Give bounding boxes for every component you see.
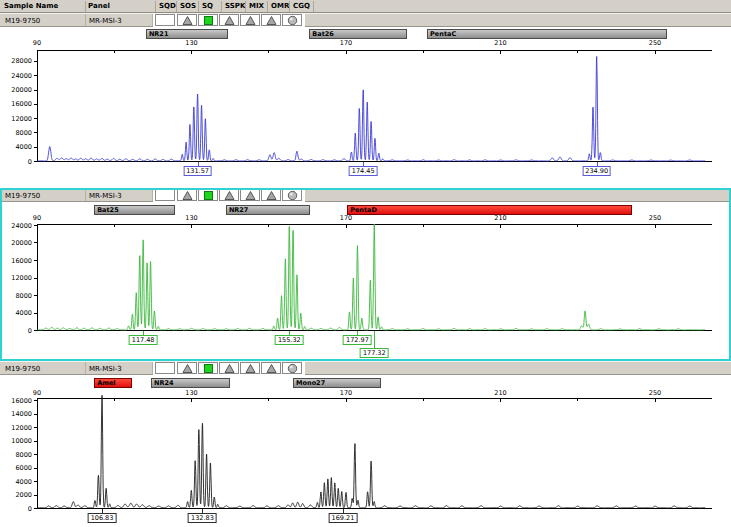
plot-overlay: AmelNR24Mono2790130170210250160001400012…	[0, 361, 731, 527]
peak-size-label[interactable]: 155.32	[275, 335, 304, 345]
column-divider	[245, 1, 246, 12]
column-divider	[267, 1, 268, 12]
y-axis-tick-label: 4000	[2, 478, 32, 486]
table-header: Sample Name Panel SQD SOS SQ SSPK MIX OM…	[0, 0, 731, 13]
peak-size-label[interactable]: 234.90	[582, 166, 611, 176]
y-axis-tick-label: 24000	[2, 72, 32, 80]
x-axis-tick-label: 210	[490, 39, 512, 47]
marker-range-bat25[interactable]: Bat25	[94, 205, 175, 215]
y-axis-tick-label: 16000	[2, 397, 32, 405]
marker-range-nr21[interactable]: NR21	[146, 29, 228, 39]
genotyping-app-window: Sample Name Panel SQD SOS SQ SSPK MIX OM…	[0, 0, 731, 527]
y-axis-tick-label: 4000	[2, 143, 32, 151]
x-axis-tick-label: 250	[644, 214, 666, 222]
y-axis-tick-label: 8000	[2, 129, 32, 137]
electropherogram-panel-green: M19-9750 MR-MSI-3 Bat25NR27PentaD9013017…	[0, 188, 731, 361]
marker-range-amel[interactable]: Amel	[94, 378, 132, 388]
y-axis-tick-label: 20000	[2, 86, 32, 94]
peak-callout-line	[374, 331, 375, 348]
marker-range-bat26[interactable]: Bat26	[309, 29, 407, 39]
column-header-panel: Panel	[88, 2, 110, 10]
y-axis-tick-label: 2000	[2, 491, 32, 499]
y-axis-tick-label: 12000	[2, 424, 32, 432]
marker-range-pentad[interactable]: PentaD	[347, 205, 632, 215]
marker-range-pentac[interactable]: PentaC	[427, 29, 666, 39]
x-axis-tick-label: 210	[490, 214, 512, 222]
peak-size-label[interactable]: 106.83	[88, 513, 117, 523]
y-axis-tick-label: 0	[2, 327, 32, 335]
y-axis-tick-label: 16000	[2, 100, 32, 108]
column-divider	[176, 1, 177, 12]
column-divider	[155, 1, 156, 12]
electropherogram-panel-blue: M19-9750 MR-MSI-3 NR21Bat26PentaC9013017…	[0, 13, 731, 188]
x-axis-tick-label: 170	[335, 389, 357, 397]
peak-size-label[interactable]: 177.32	[360, 348, 389, 358]
x-axis-tick-label: 90	[26, 39, 48, 47]
y-axis-tick-label: 0	[2, 505, 32, 513]
peak-size-label[interactable]: 131.57	[183, 166, 212, 176]
x-axis-tick-label: 130	[181, 39, 203, 47]
y-axis-tick-label: 20000	[2, 239, 32, 247]
x-axis-tick-label: 250	[644, 389, 666, 397]
column-header-cgq: CGQ	[293, 2, 310, 10]
peak-size-label[interactable]: 172.97	[343, 335, 372, 345]
y-axis-tick-label: 14000	[2, 410, 32, 418]
x-axis-tick-label: 170	[335, 39, 357, 47]
electropherogram-panel-black: M19-9750 MR-MSI-3 AmelNR24Mono2790130170…	[0, 361, 731, 527]
y-axis-tick-label: 12000	[2, 115, 32, 123]
x-axis-tick-label: 130	[181, 389, 203, 397]
marker-range-nr24[interactable]: NR24	[151, 378, 230, 388]
peak-size-label[interactable]: 169.21	[329, 513, 358, 523]
y-axis-tick-label: 28000	[2, 57, 32, 65]
column-divider	[221, 1, 222, 12]
marker-range-mono27[interactable]: Mono27	[293, 378, 381, 388]
peak-size-label[interactable]: 117.48	[129, 335, 158, 345]
x-axis-tick-label: 130	[181, 214, 203, 222]
y-axis-tick-label: 0	[2, 158, 32, 166]
column-header-omr: OMR	[271, 2, 289, 10]
column-header-sqd: SQD	[159, 2, 176, 10]
column-divider	[313, 1, 314, 12]
column-header-mix: MIX	[249, 2, 264, 10]
y-axis-tick-label: 8000	[2, 292, 32, 300]
y-axis-tick-label: 16000	[2, 257, 32, 265]
x-axis-tick-label: 250	[644, 39, 666, 47]
y-axis-tick-label: 24000	[2, 222, 32, 230]
plot-overlay: NR21Bat26PentaC9013017021025028000240002…	[0, 13, 731, 188]
column-divider	[198, 1, 199, 12]
column-divider	[85, 1, 86, 12]
column-header-sos: SOS	[180, 2, 196, 10]
y-axis-tick-label: 4000	[2, 309, 32, 317]
y-axis-tick-label: 8000	[2, 451, 32, 459]
column-header-sample-name: Sample Name	[4, 2, 58, 10]
y-axis-tick-label: 12000	[2, 274, 32, 282]
peak-size-label[interactable]: 132.83	[188, 513, 217, 523]
marker-range-nr27[interactable]: NR27	[226, 205, 310, 215]
column-header-sq: SQ	[202, 2, 213, 10]
x-axis-tick-label: 170	[335, 214, 357, 222]
y-axis-tick-label: 6000	[2, 464, 32, 472]
peak-size-label[interactable]: 174.45	[349, 166, 378, 176]
column-divider	[289, 1, 290, 12]
x-axis-tick-label: 210	[490, 389, 512, 397]
plot-overlay: Bat25NR27PentaD9013017021025024000200001…	[0, 188, 731, 361]
column-header-sspk: SSPK	[225, 2, 245, 10]
y-axis-tick-label: 10000	[2, 437, 32, 445]
